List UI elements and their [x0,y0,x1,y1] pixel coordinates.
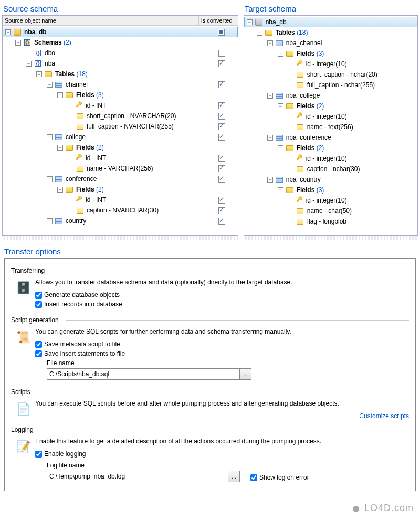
collapse-icon[interactable]: − [257,30,262,36]
target-field-node[interactable]: name - char(50) [244,206,417,216]
channel-checkbox[interactable] [218,81,225,88]
field-node[interactable]: name - VARCHAR(256) [3,163,238,174]
collapse-icon[interactable]: − [278,51,284,57]
field-node[interactable]: full_caption - NVARCHAR(255) [3,121,238,132]
target-field-node[interactable]: id - integer(10) [244,153,417,164]
target-table-node[interactable]: −nba_country [244,174,417,185]
source-tree[interactable]: Source object name Is converted −nba_db … [2,15,238,236]
enable-logging-checkbox[interactable] [35,451,42,458]
field-checkbox[interactable] [218,197,225,204]
save-metadata-checkbox[interactable] [35,341,42,348]
collapse-icon[interactable]: − [247,19,253,25]
insert-records-checkbox[interactable] [35,301,42,308]
fields-channel-node[interactable]: −Fields (3) [3,90,238,100]
target-fields-node[interactable]: −Fields (3) [244,185,417,195]
schema-dbo-node[interactable]: {}dbo [3,48,238,58]
generate-db-objects-checkbox[interactable] [35,292,42,299]
target-field-node[interactable]: caption - nchar(30) [244,164,417,174]
table-channel-node[interactable]: −channel [3,79,238,90]
collapse-icon[interactable]: − [47,134,52,140]
table-conference-node[interactable]: −conference [3,174,238,184]
collapse-icon[interactable]: − [57,187,63,193]
collapse-icon[interactable]: − [57,92,63,98]
logging-desc: Enable this feature to get a detailed de… [35,438,409,445]
key-icon [76,196,83,204]
target-fields-node[interactable]: −Fields (2) [244,143,417,153]
target-field-node[interactable]: id - integer(10) [244,111,417,122]
target-field-node[interactable]: full_caption - nchar(255) [244,80,417,90]
field-checkbox[interactable] [218,165,225,172]
fields-conference-node[interactable]: −Fields (2) [3,184,238,195]
key-icon [296,113,303,120]
target-field-node[interactable]: name - text(256) [244,122,417,132]
target-fields-node[interactable]: −Fields (3) [244,48,417,59]
script-file-input[interactable] [47,368,240,380]
source-tree-header: Source object name Is converted [3,16,238,26]
field-node[interactable]: id - INT [3,100,238,111]
field-node[interactable]: short_caption - NVARCHAR(20) [3,111,238,121]
field-checkbox[interactable] [218,102,225,109]
schemas-node[interactable]: −{}Schemas (2) [3,37,238,48]
browse-log-button[interactable]: … [228,471,240,482]
target-table-node[interactable]: −nba_conference [244,132,417,143]
nba-checkbox[interactable] [218,60,225,67]
target-table-node[interactable]: −nba_channel [244,38,417,48]
source-db-node[interactable]: −nba_db [3,27,238,37]
field-node[interactable]: caption - NVARCHAR(30) [3,205,238,216]
log-file-input[interactable] [47,471,228,482]
browse-script-button[interactable]: … [240,368,251,380]
target-field-node[interactable]: id - integer(10) [244,59,417,69]
sql-icon: 📄 [15,401,32,418]
collapse-icon[interactable]: − [47,176,52,182]
key-icon [296,197,303,204]
save-insert-checkbox[interactable] [35,350,42,357]
table-college-node[interactable]: −college [3,132,238,142]
field-checkbox[interactable] [218,123,225,130]
field-node[interactable]: id - INT [3,195,238,205]
college-checkbox[interactable] [218,134,225,141]
collapse-icon[interactable]: − [267,135,273,141]
target-tree[interactable]: −nba_db −Tables (18) −nba_channel −Field… [244,15,418,236]
target-tables-node[interactable]: −Tables (18) [244,27,417,38]
field-checkbox[interactable] [218,207,225,214]
transfer-options-title: Transfer options [4,245,416,258]
customize-scripts-link[interactable]: Customize scripts [359,412,409,420]
target-field-node[interactable]: flag - longblob [244,216,417,227]
conference-checkbox[interactable] [218,176,225,183]
field-checkbox[interactable] [218,155,225,162]
country-checkbox[interactable] [218,218,225,225]
collapse-icon[interactable]: − [47,218,52,224]
show-log-on-error-checkbox[interactable] [250,474,257,481]
target-db-node[interactable]: −nba_db [244,17,417,27]
collapse-icon[interactable]: − [267,40,273,46]
table-country-node[interactable]: −country [3,216,238,226]
target-fields-node[interactable]: −Fields (2) [244,101,417,111]
target-field-node[interactable]: short_caption - nchar(20) [244,69,417,80]
collapse-icon[interactable]: − [57,145,63,151]
collapse-icon[interactable]: − [278,103,284,109]
log-icon: 📝 [15,439,32,455]
collapse-icon[interactable]: − [26,61,32,67]
schema-nba-node[interactable]: −{}nba [3,58,238,69]
transfer-options-box: Transferring 🗄️ Allows you to transfer d… [4,258,416,491]
tables-node[interactable]: −Tables (18) [3,69,238,79]
collapse-icon[interactable]: − [5,29,11,35]
collapse-icon[interactable]: − [15,40,21,46]
target-field-node[interactable]: id - integer(10) [244,195,417,206]
dbo-checkbox[interactable] [218,50,225,57]
fields-college-node[interactable]: −Fields (2) [3,142,238,153]
collapse-icon[interactable]: − [267,177,273,183]
collapse-icon[interactable]: − [278,145,284,151]
field-checkbox[interactable] [218,113,225,120]
target-table-node[interactable]: −nba_college [244,90,417,101]
transferring-desc: Allows you to transfer database schema a… [35,279,409,286]
field-node[interactable]: id - INT [3,153,238,163]
target-schema-title: Target schema [244,2,418,15]
collapse-icon[interactable]: − [47,82,52,88]
db-checkbox[interactable] [218,29,225,36]
collapse-icon[interactable]: − [278,187,284,193]
collapse-icon[interactable]: − [267,93,273,99]
collapse-icon[interactable]: − [36,71,42,77]
save-insert-label: Save insert statements to file [44,350,125,357]
scripts-header: Scripts [11,388,409,396]
